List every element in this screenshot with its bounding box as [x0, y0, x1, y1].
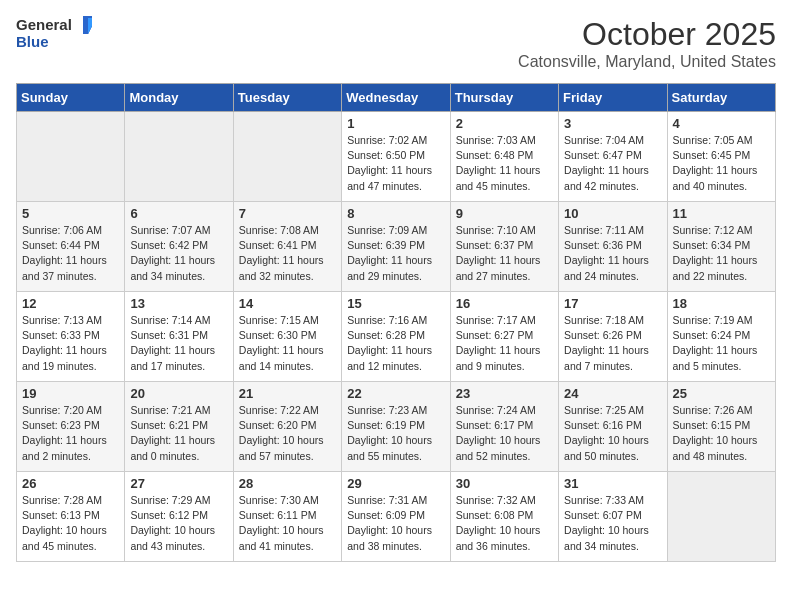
cell-content: Sunrise: 7:14 AMSunset: 6:31 PMDaylight:…: [130, 313, 227, 374]
cell-content: Sunrise: 7:28 AMSunset: 6:13 PMDaylight:…: [22, 493, 119, 554]
calendar-cell: 19Sunrise: 7:20 AMSunset: 6:23 PMDayligh…: [17, 382, 125, 472]
calendar-cell: 30Sunrise: 7:32 AMSunset: 6:08 PMDayligh…: [450, 472, 558, 562]
calendar-cell: 5Sunrise: 7:06 AMSunset: 6:44 PMDaylight…: [17, 202, 125, 292]
week-row-4: 19Sunrise: 7:20 AMSunset: 6:23 PMDayligh…: [17, 382, 776, 472]
cell-content: Sunrise: 7:10 AMSunset: 6:37 PMDaylight:…: [456, 223, 553, 284]
calendar-cell: 4Sunrise: 7:05 AMSunset: 6:45 PMDaylight…: [667, 112, 775, 202]
calendar-cell: 23Sunrise: 7:24 AMSunset: 6:17 PMDayligh…: [450, 382, 558, 472]
day-number: 17: [564, 296, 661, 311]
day-header-sunday: Sunday: [17, 84, 125, 112]
cell-content: Sunrise: 7:03 AMSunset: 6:48 PMDaylight:…: [456, 133, 553, 194]
cell-content: Sunrise: 7:20 AMSunset: 6:23 PMDaylight:…: [22, 403, 119, 464]
calendar-cell: 17Sunrise: 7:18 AMSunset: 6:26 PMDayligh…: [559, 292, 667, 382]
cell-content: Sunrise: 7:11 AMSunset: 6:36 PMDaylight:…: [564, 223, 661, 284]
day-number: 15: [347, 296, 444, 311]
cell-content: Sunrise: 7:09 AMSunset: 6:39 PMDaylight:…: [347, 223, 444, 284]
cell-content: Sunrise: 7:33 AMSunset: 6:07 PMDaylight:…: [564, 493, 661, 554]
calendar-cell: 26Sunrise: 7:28 AMSunset: 6:13 PMDayligh…: [17, 472, 125, 562]
cell-content: Sunrise: 7:22 AMSunset: 6:20 PMDaylight:…: [239, 403, 336, 464]
calendar-cell: 27Sunrise: 7:29 AMSunset: 6:12 PMDayligh…: [125, 472, 233, 562]
day-number: 23: [456, 386, 553, 401]
day-number: 29: [347, 476, 444, 491]
calendar-cell: 10Sunrise: 7:11 AMSunset: 6:36 PMDayligh…: [559, 202, 667, 292]
cell-content: Sunrise: 7:13 AMSunset: 6:33 PMDaylight:…: [22, 313, 119, 374]
day-number: 16: [456, 296, 553, 311]
day-number: 30: [456, 476, 553, 491]
cell-content: Sunrise: 7:31 AMSunset: 6:09 PMDaylight:…: [347, 493, 444, 554]
cell-content: Sunrise: 7:32 AMSunset: 6:08 PMDaylight:…: [456, 493, 553, 554]
calendar-table: SundayMondayTuesdayWednesdayThursdayFrid…: [16, 83, 776, 562]
day-header-friday: Friday: [559, 84, 667, 112]
day-header-tuesday: Tuesday: [233, 84, 341, 112]
cell-content: Sunrise: 7:04 AMSunset: 6:47 PMDaylight:…: [564, 133, 661, 194]
cell-content: Sunrise: 7:16 AMSunset: 6:28 PMDaylight:…: [347, 313, 444, 374]
calendar-cell: 7Sunrise: 7:08 AMSunset: 6:41 PMDaylight…: [233, 202, 341, 292]
day-number: 28: [239, 476, 336, 491]
day-number: 20: [130, 386, 227, 401]
day-number: 5: [22, 206, 119, 221]
calendar-cell: 8Sunrise: 7:09 AMSunset: 6:39 PMDaylight…: [342, 202, 450, 292]
calendar-cell: 25Sunrise: 7:26 AMSunset: 6:15 PMDayligh…: [667, 382, 775, 472]
day-number: 18: [673, 296, 770, 311]
week-row-3: 12Sunrise: 7:13 AMSunset: 6:33 PMDayligh…: [17, 292, 776, 382]
cell-content: Sunrise: 7:08 AMSunset: 6:41 PMDaylight:…: [239, 223, 336, 284]
day-number: 10: [564, 206, 661, 221]
day-number: 13: [130, 296, 227, 311]
calendar-cell: [17, 112, 125, 202]
day-number: 27: [130, 476, 227, 491]
calendar-cell: 16Sunrise: 7:17 AMSunset: 6:27 PMDayligh…: [450, 292, 558, 382]
day-number: 21: [239, 386, 336, 401]
day-number: 11: [673, 206, 770, 221]
day-header-thursday: Thursday: [450, 84, 558, 112]
calendar-cell: 18Sunrise: 7:19 AMSunset: 6:24 PMDayligh…: [667, 292, 775, 382]
calendar-cell: 15Sunrise: 7:16 AMSunset: 6:28 PMDayligh…: [342, 292, 450, 382]
week-row-2: 5Sunrise: 7:06 AMSunset: 6:44 PMDaylight…: [17, 202, 776, 292]
page-header: General Blue October 2025 Catonsville, M…: [16, 16, 776, 71]
day-number: 4: [673, 116, 770, 131]
calendar-cell: 24Sunrise: 7:25 AMSunset: 6:16 PMDayligh…: [559, 382, 667, 472]
week-row-1: 1Sunrise: 7:02 AMSunset: 6:50 PMDaylight…: [17, 112, 776, 202]
day-number: 31: [564, 476, 661, 491]
day-number: 8: [347, 206, 444, 221]
day-number: 2: [456, 116, 553, 131]
cell-content: Sunrise: 7:21 AMSunset: 6:21 PMDaylight:…: [130, 403, 227, 464]
cell-content: Sunrise: 7:15 AMSunset: 6:30 PMDaylight:…: [239, 313, 336, 374]
calendar-cell: [125, 112, 233, 202]
calendar-cell: 13Sunrise: 7:14 AMSunset: 6:31 PMDayligh…: [125, 292, 233, 382]
day-number: 14: [239, 296, 336, 311]
day-header-saturday: Saturday: [667, 84, 775, 112]
week-row-5: 26Sunrise: 7:28 AMSunset: 6:13 PMDayligh…: [17, 472, 776, 562]
day-number: 25: [673, 386, 770, 401]
calendar-cell: 6Sunrise: 7:07 AMSunset: 6:42 PMDaylight…: [125, 202, 233, 292]
day-header-monday: Monday: [125, 84, 233, 112]
day-number: 26: [22, 476, 119, 491]
calendar-cell: 11Sunrise: 7:12 AMSunset: 6:34 PMDayligh…: [667, 202, 775, 292]
cell-content: Sunrise: 7:24 AMSunset: 6:17 PMDaylight:…: [456, 403, 553, 464]
day-number: 19: [22, 386, 119, 401]
calendar-cell: 1Sunrise: 7:02 AMSunset: 6:50 PMDaylight…: [342, 112, 450, 202]
calendar-cell: 22Sunrise: 7:23 AMSunset: 6:19 PMDayligh…: [342, 382, 450, 472]
calendar-cell: 31Sunrise: 7:33 AMSunset: 6:07 PMDayligh…: [559, 472, 667, 562]
day-number: 9: [456, 206, 553, 221]
day-header-wednesday: Wednesday: [342, 84, 450, 112]
cell-content: Sunrise: 7:18 AMSunset: 6:26 PMDaylight:…: [564, 313, 661, 374]
logo-icon: [74, 16, 92, 34]
cell-content: Sunrise: 7:02 AMSunset: 6:50 PMDaylight:…: [347, 133, 444, 194]
month-title: October 2025: [518, 16, 776, 53]
logo: General Blue: [16, 16, 92, 51]
day-number: 7: [239, 206, 336, 221]
calendar-cell: 21Sunrise: 7:22 AMSunset: 6:20 PMDayligh…: [233, 382, 341, 472]
day-number: 24: [564, 386, 661, 401]
day-number: 6: [130, 206, 227, 221]
cell-content: Sunrise: 7:07 AMSunset: 6:42 PMDaylight:…: [130, 223, 227, 284]
calendar-cell: 29Sunrise: 7:31 AMSunset: 6:09 PMDayligh…: [342, 472, 450, 562]
cell-content: Sunrise: 7:26 AMSunset: 6:15 PMDaylight:…: [673, 403, 770, 464]
day-number: 22: [347, 386, 444, 401]
day-number: 3: [564, 116, 661, 131]
cell-content: Sunrise: 7:17 AMSunset: 6:27 PMDaylight:…: [456, 313, 553, 374]
calendar-cell: [667, 472, 775, 562]
day-number: 1: [347, 116, 444, 131]
title-block: October 2025 Catonsville, Maryland, Unit…: [518, 16, 776, 71]
calendar-cell: 12Sunrise: 7:13 AMSunset: 6:33 PMDayligh…: [17, 292, 125, 382]
calendar-cell: 28Sunrise: 7:30 AMSunset: 6:11 PMDayligh…: [233, 472, 341, 562]
